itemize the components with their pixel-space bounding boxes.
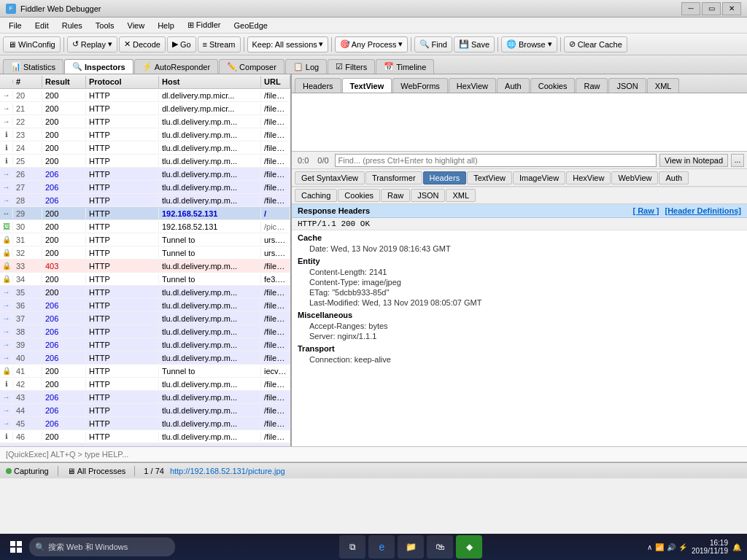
session-row[interactable]: → 47 206 HTTP Accept-Ranges: bytes /file… (0, 443, 290, 446)
session-row[interactable]: → 37 206 HTTP tlu.dl.delivery.mp.m... /f… (0, 312, 290, 325)
tab-inspectors[interactable]: 🔍 Inspectors (64, 59, 133, 74)
req-tab-xml[interactable]: XML (647, 78, 680, 93)
session-row[interactable]: → 20 200 HTTP dl.delivery.mp.micr... /fi… (0, 89, 290, 102)
menu-file[interactable]: File (3, 20, 28, 31)
session-row[interactable]: → 26 206 HTTP tlu.dl.delivery.mp.m... /f… (0, 168, 290, 181)
resp-tab-auth[interactable]: Auth (659, 171, 689, 184)
session-row[interactable]: → 27 206 HTTP tlu.dl.delivery.mp.m... /f… (0, 181, 290, 194)
raw-link[interactable]: [ Raw ] (632, 206, 659, 215)
session-row[interactable]: → 45 206 HTTP tlu.dl.delivery.mp.m... /f… (0, 417, 290, 430)
resp-tab-cookies[interactable]: Cookies (338, 189, 380, 202)
tab-autoresponder[interactable]: ⚡ AutoResponder (134, 59, 218, 74)
stream-button[interactable]: ≡ Stream (198, 36, 241, 52)
menu-help[interactable]: Help (152, 20, 180, 31)
tray-volume[interactable]: 🔊 (667, 543, 676, 551)
maximize-button[interactable]: ▭ (702, 2, 721, 15)
session-row[interactable]: → 44 206 HTTP tlu.dl.delivery.mp.m... /f… (0, 404, 290, 417)
minimize-button[interactable]: ─ (681, 2, 700, 15)
session-row[interactable]: → 35 200 HTTP tlu.dl.delivery.mp.m... /f… (0, 286, 290, 299)
process-dropdown[interactable]: 🎯 Any Process ▾ (335, 36, 408, 52)
menu-rules[interactable]: Rules (56, 20, 88, 31)
resp-tab-imageview[interactable]: ImageView (513, 171, 565, 184)
find-button[interactable]: 🔍 Find (414, 36, 452, 52)
session-row[interactable]: ↔ 29 200 HTTP 192.168.52.131 / (0, 207, 290, 220)
session-row[interactable]: → 22 200 HTTP tlu.dl.delivery.mp.m... /f… (0, 115, 290, 128)
session-row[interactable]: ℹ 24 200 HTTP tlu.dl.delivery.mp.m... /f… (0, 141, 290, 155)
session-row[interactable]: 🔒 31 200 HTTP Tunnel to urs.microsoft.co… (0, 233, 290, 246)
session-row[interactable]: → 43 206 HTTP tlu.dl.delivery.mp.m... /f… (0, 391, 290, 404)
keep-dropdown[interactable]: Keep: All sessions ▾ (247, 36, 328, 52)
session-row[interactable]: ℹ 25 200 HTTP tlu.dl.delivery.mp.m... /f… (0, 155, 290, 168)
session-row[interactable]: ℹ 46 200 HTTP tlu.dl.delivery.mp.m... /f… (0, 430, 290, 443)
find-input[interactable] (335, 154, 657, 167)
session-row[interactable]: 🔒 33 403 HTTP tlu.dl.delivery.mp.m... /f… (0, 260, 290, 273)
tab-statistics[interactable]: 📊 Statistics (3, 59, 63, 74)
tray-network[interactable]: 📶 (655, 543, 664, 551)
menu-edit[interactable]: Edit (29, 20, 55, 31)
session-list[interactable]: → 20 200 HTTP dl.delivery.mp.micr... /fi… (0, 89, 290, 446)
clock[interactable]: 16:19 2019/11/19 (692, 539, 728, 555)
session-row[interactable]: → 28 206 HTTP tlu.dl.delivery.mp.m... /f… (0, 194, 290, 207)
tab-composer[interactable]: ✏️ Composer (219, 59, 285, 74)
resp-tab-raw[interactable]: Raw (381, 189, 410, 202)
resp-tab-xml[interactable]: XML (446, 189, 476, 202)
session-row[interactable]: → 21 200 HTTP dl.delivery.mp.micr... /fi… (0, 102, 290, 115)
go-button[interactable]: ▶ Go (167, 36, 196, 52)
session-row[interactable]: 🖼 30 200 HTTP 192.168.52.131 /picture.jp… (0, 220, 290, 233)
req-tab-cookies[interactable]: Cookies (530, 78, 576, 93)
replay-button[interactable]: ↺ Replay ▾ (67, 36, 117, 52)
col-host[interactable]: Host (159, 76, 261, 88)
menu-fiddler[interactable]: ⊞ Fiddler (182, 19, 227, 31)
req-tab-json[interactable]: JSON (608, 78, 646, 93)
winconfig-button[interactable]: 🖥 WinConfig (3, 36, 61, 52)
resp-tab-get-syntax[interactable]: Get SyntaxView (295, 171, 365, 184)
taskbar-task-view[interactable]: ⧉ (339, 535, 365, 559)
req-tab-hexview[interactable]: HexView (449, 78, 496, 93)
col-result[interactable]: Result (42, 76, 86, 88)
col-icon[interactable] (0, 80, 13, 83)
taskbar-search[interactable]: 🔍 搜索 Web 和 Windows (29, 537, 175, 556)
definitions-link[interactable]: [Header Definitions] (665, 206, 741, 215)
taskbar-explorer[interactable]: 📁 (398, 535, 424, 559)
session-row[interactable]: → 38 206 HTTP tlu.dl.delivery.mp.m... /f… (0, 325, 290, 338)
session-row[interactable]: → 39 206 HTTP tlu.dl.delivery.mp.m... /f… (0, 338, 290, 351)
resp-tab-headers[interactable]: Headers (423, 171, 467, 184)
session-row[interactable]: → 40 206 HTTP tlu.dl.delivery.mp.m... /f… (0, 351, 290, 365)
taskbar-edge[interactable]: e (368, 535, 395, 559)
save-button[interactable]: 💾 Save (454, 36, 495, 52)
menu-view[interactable]: View (122, 20, 151, 31)
tab-filters[interactable]: ☑ Filters (328, 59, 375, 74)
session-row[interactable]: ℹ 23 200 HTTP tlu.dl.delivery.mp.m... /f… (0, 128, 290, 141)
more-button[interactable]: ... (731, 154, 744, 167)
menu-tools[interactable]: Tools (90, 20, 120, 31)
close-button[interactable]: ✕ (722, 2, 741, 15)
resp-tab-textview[interactable]: TextView (467, 171, 512, 184)
req-tab-webforms[interactable]: WebForms (392, 78, 448, 93)
taskbar-store[interactable]: 🛍 (427, 535, 453, 559)
req-tab-headers[interactable]: Headers (295, 78, 341, 93)
req-tab-textview[interactable]: TextView (342, 78, 392, 93)
resp-tab-caching[interactable]: Caching (295, 189, 337, 202)
view-in-notepad-button[interactable]: View in Notepad (659, 154, 728, 167)
req-tab-auth[interactable]: Auth (497, 78, 530, 93)
decode-button[interactable]: ✕ Decode (119, 36, 166, 52)
notification-icon[interactable]: 🔔 (732, 543, 741, 551)
quickexec-input[interactable] (0, 447, 747, 462)
session-row[interactable]: ℹ 42 200 HTTP tlu.dl.delivery.mp.m... /f… (0, 378, 290, 391)
col-url[interactable]: URL (261, 76, 290, 88)
start-button[interactable] (6, 537, 26, 557)
browse-button[interactable]: 🌐 Browse ▾ (501, 36, 557, 52)
taskbar-app5[interactable]: ◆ (456, 535, 482, 559)
session-row[interactable]: → 36 206 HTTP tlu.dl.delivery.mp.m... /f… (0, 299, 290, 312)
col-protocol[interactable]: Protocol (86, 76, 159, 88)
resp-tab-json[interactable]: JSON (411, 189, 445, 202)
col-num[interactable]: # (13, 76, 42, 88)
tab-timeline[interactable]: 📅 Timeline (376, 59, 434, 74)
resp-tab-transformer[interactable]: Transformer (365, 171, 422, 184)
resp-tab-webview[interactable]: WebView (611, 171, 658, 184)
session-row[interactable]: 🔒 41 200 HTTP Tunnel to iecvlist.microso… (0, 365, 290, 378)
menu-geoedge[interactable]: GeoEdge (228, 20, 273, 31)
session-row[interactable]: 🔒 34 200 HTTP Tunnel to fe3.delivery.mp.… (0, 273, 290, 286)
resp-tab-hexview[interactable]: HexView (566, 171, 611, 184)
tray-arrow[interactable]: ∧ (647, 543, 652, 551)
